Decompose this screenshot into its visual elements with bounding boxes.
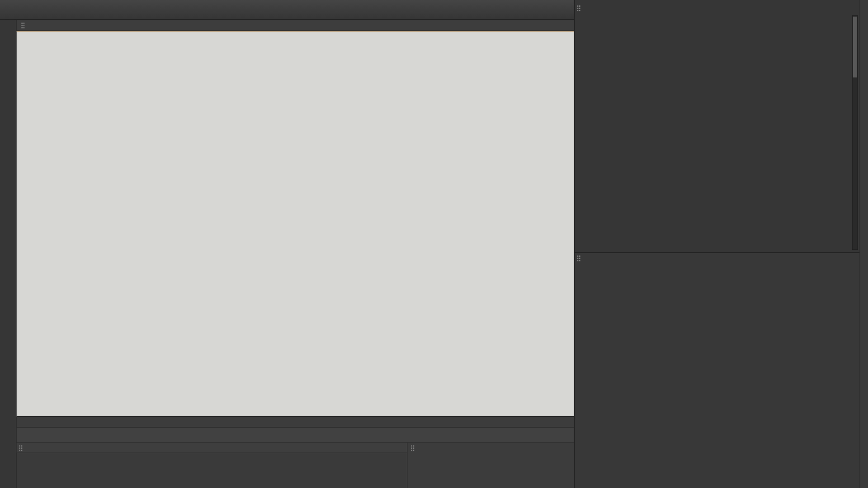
drag-grip-icon[interactable] — [21, 22, 25, 28]
material-manager — [17, 443, 407, 488]
timeline-ruler[interactable] — [17, 416, 574, 427]
coordinate-headers — [409, 444, 573, 452]
coordinate-mode-dropdowns — [409, 452, 573, 453]
section-title — [575, 286, 860, 291]
viewport-scene — [17, 32, 574, 417]
viewport-menubar — [17, 20, 574, 31]
left-toolbar — [0, 20, 17, 488]
drag-grip-icon[interactable] — [411, 445, 415, 451]
material-list — [17, 453, 407, 455]
drag-grip-icon[interactable] — [19, 445, 23, 451]
object-manager — [574, 0, 860, 252]
coordinate-manager — [407, 443, 574, 488]
object-tree — [575, 15, 852, 252]
cinema4d-window — [0, 0, 868, 488]
attribute-manager — [574, 252, 860, 488]
object-manager-menubar — [575, 0, 860, 14]
attribute-menubar — [575, 253, 860, 264]
viewport[interactable] — [17, 31, 574, 417]
attribute-tabs — [575, 275, 860, 286]
transport-bar — [17, 427, 574, 442]
attribute-object-row — [575, 264, 860, 275]
top-toolbar — [0, 0, 574, 20]
object-manager-scrollbar[interactable] — [852, 15, 858, 250]
right-dock-tabs — [860, 0, 868, 488]
drag-grip-icon[interactable] — [577, 5, 581, 11]
material-menubar — [17, 443, 407, 453]
drag-grip-icon[interactable] — [577, 255, 581, 262]
scrollbar-thumb[interactable] — [853, 17, 857, 78]
